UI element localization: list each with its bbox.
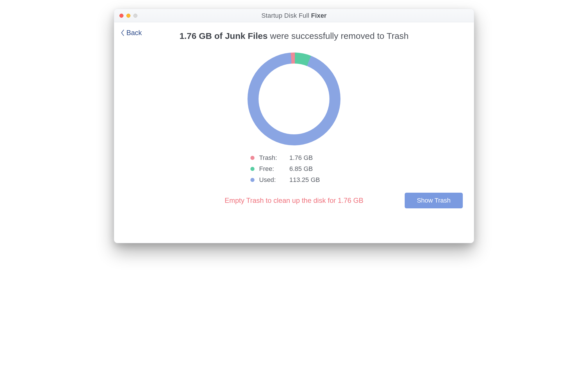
legend-value: 113.25 GB	[289, 176, 320, 184]
minimize-icon[interactable]	[126, 14, 130, 18]
legend-value: 6.85 GB	[289, 165, 313, 173]
footer: Empty Trash to clean up the disk for 1.7…	[125, 196, 463, 205]
back-label: Back	[126, 29, 142, 37]
chevron-left-icon	[121, 30, 125, 36]
legend: Trash: 1.76 GB Free: 6.85 GB Used: 113.2…	[250, 154, 338, 184]
legend-label: Used:	[259, 176, 282, 184]
close-icon[interactable]	[119, 14, 123, 18]
donut-chart-wrap	[125, 53, 463, 145]
headline-strong: 1.76 GB of Junk Files	[180, 31, 268, 41]
window-controls	[119, 14, 137, 18]
dot-icon	[250, 178, 254, 182]
legend-row-trash: Trash: 1.76 GB	[250, 154, 338, 162]
dot-icon	[250, 156, 254, 160]
content-area: Back 1.76 GB of Junk Files were successf…	[114, 22, 474, 243]
zoom-icon	[133, 14, 137, 18]
headline: 1.76 GB of Junk Files were successfully …	[166, 31, 422, 41]
window-title-prefix: Startup Disk Full	[261, 12, 311, 19]
legend-row-free: Free: 6.85 GB	[250, 165, 338, 173]
headline-rest: were successfully removed to Trash	[268, 31, 408, 41]
back-button[interactable]: Back	[121, 29, 142, 37]
legend-row-used: Used: 113.25 GB	[250, 176, 338, 184]
hint-text: Empty Trash to clean up the disk for 1.7…	[225, 196, 363, 205]
titlebar: Startup Disk Full Fixer	[114, 9, 474, 22]
app-window: Startup Disk Full Fixer Back 1.76 GB of …	[114, 9, 474, 243]
legend-label: Trash:	[259, 154, 282, 162]
window-title-bold: Fixer	[311, 12, 327, 19]
dot-icon	[250, 167, 254, 171]
donut-chart	[248, 53, 340, 145]
window-title: Startup Disk Full Fixer	[261, 12, 327, 19]
show-trash-button[interactable]: Show Trash	[405, 193, 463, 208]
legend-value: 1.76 GB	[289, 154, 313, 162]
legend-label: Free:	[259, 165, 282, 173]
